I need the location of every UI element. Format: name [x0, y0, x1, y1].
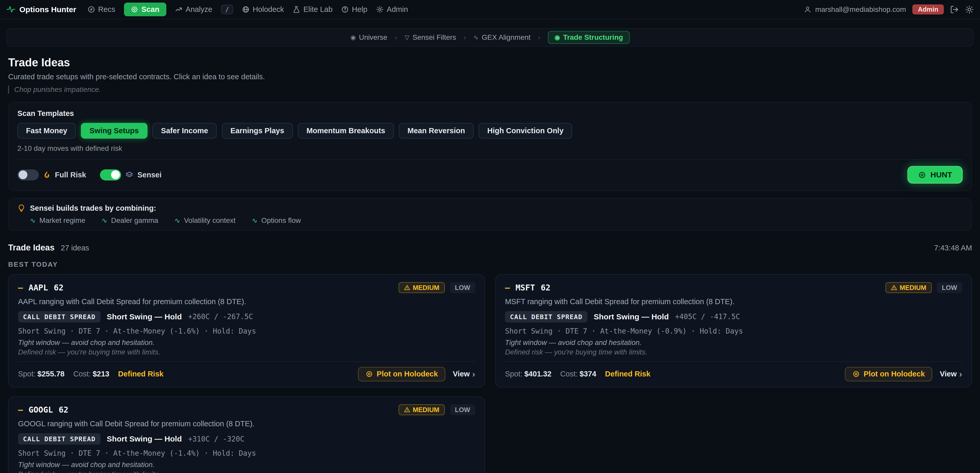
- spot-value: $401.32: [524, 370, 552, 378]
- help-circle-icon: [341, 6, 349, 13]
- breadcrumb-gex-alignment[interactable]: ∿ GEX Alignment: [474, 33, 531, 41]
- wave-icon: ∿: [175, 216, 180, 225]
- card-meta: Short Swing · DTE 7 · At-the-Money (-1.6…: [18, 327, 475, 335]
- target-icon: [853, 370, 860, 378]
- sensei-toggle[interactable]: [100, 169, 121, 181]
- strategy-chip: CALL DEBIT SPREAD: [18, 311, 100, 323]
- template-swing-setups[interactable]: Swing Setups: [81, 123, 147, 139]
- template-chip-row: Fast Money Swing Setups Safer Income Ear…: [17, 123, 963, 139]
- sensei-label: Sensei: [137, 171, 162, 179]
- template-earnings-plays[interactable]: Earnings Plays: [222, 123, 293, 139]
- pipeline-breadcrumb-bar: ◉ Universe › ▽ Sensei Filters › ∿ GEX Al…: [6, 28, 974, 47]
- view-button-label: View: [940, 370, 957, 378]
- plot-on-holodeck-button[interactable]: Plot on Holodeck: [845, 367, 932, 381]
- direction-dash-icon: —: [18, 283, 23, 292]
- full-risk-toggle[interactable]: [17, 169, 38, 181]
- plot-button-label: Plot on Holodeck: [377, 370, 438, 378]
- card-description: GOOGL ranging with Call Debit Spread for…: [18, 419, 475, 428]
- trending-up-icon: [175, 6, 182, 13]
- chevron-right-icon: ›: [959, 369, 962, 379]
- view-button[interactable]: View ›: [940, 369, 962, 379]
- wave-icon: ∿: [102, 216, 107, 225]
- breadcrumb-trade-structuring[interactable]: ◉ Trade Structuring: [548, 31, 630, 44]
- breadcrumb-sensei-filters[interactable]: ▽ Sensei Filters: [404, 33, 456, 41]
- plot-button-label: Plot on Holodeck: [864, 370, 925, 378]
- warning-triangle-icon: [404, 406, 410, 413]
- cost-label: Cost:: [560, 370, 578, 378]
- footer-actions: Plot on Holodeck View ›: [845, 367, 962, 381]
- template-mean-reversion[interactable]: Mean Reversion: [399, 123, 474, 139]
- template-fast-money[interactable]: Fast Money: [17, 123, 76, 139]
- nav-label: Scan: [142, 5, 159, 14]
- ticker-score: 62: [541, 283, 550, 292]
- ticker-row: — GOOGL 62: [18, 405, 68, 414]
- warning-triangle-icon: [404, 284, 410, 291]
- nav-item-admin[interactable]: Admin: [376, 5, 408, 14]
- page-subtitle: Curated trade setups with pre-selected c…: [8, 73, 972, 81]
- severity-label: MEDIUM: [900, 284, 926, 292]
- brand-label: Options Hunter: [19, 5, 76, 14]
- card-description: MSFT ranging with Call Debit Spread for …: [505, 297, 962, 306]
- trade-idea-card-aapl[interactable]: — AAPL 62 MEDIUM LOW AAPL ranging with C…: [8, 274, 485, 387]
- ticker-row: — MSFT 62: [505, 283, 550, 292]
- ticker-symbol: MSFT: [515, 283, 535, 292]
- theme-toggle-button[interactable]: [965, 5, 974, 14]
- logout-button[interactable]: [950, 5, 959, 14]
- template-safer-income[interactable]: Safer Income: [153, 123, 217, 139]
- nav-item-holodeck[interactable]: Holodeck: [242, 5, 284, 14]
- nav-item-elite-lab[interactable]: Elite Lab: [293, 5, 332, 14]
- ticker-symbol: AAPL: [29, 283, 48, 292]
- trade-idea-card-msft[interactable]: — MSFT 62 MEDIUM LOW MSFT ranging with C…: [495, 274, 972, 387]
- severity-label: MEDIUM: [413, 406, 439, 414]
- info-item-market-regime: ∿ Market regime: [30, 216, 86, 225]
- full-risk-toggle-group[interactable]: Full Risk: [17, 169, 86, 181]
- ticker-score: 62: [59, 405, 68, 414]
- globe-icon: [242, 6, 250, 13]
- strategy-legs: +310C / -320C: [188, 435, 244, 443]
- chevron-right-icon: ›: [538, 33, 540, 41]
- page-quote: Chop punishes impatience.: [8, 86, 972, 94]
- universe-icon: ◉: [350, 34, 356, 41]
- level-badge: LOW: [450, 404, 475, 416]
- ticker-score: 62: [54, 283, 64, 292]
- card-note-secondary: Defined risk — you're buying time with l…: [18, 470, 475, 473]
- card-note-primary: Tight window — avoid chop and hesitation…: [18, 460, 475, 469]
- breadcrumb-label: Sensei Filters: [412, 33, 456, 41]
- template-high-conviction[interactable]: High Conviction Only: [479, 123, 572, 139]
- brand[interactable]: Options Hunter: [6, 5, 76, 14]
- card-header: — MSFT 62 MEDIUM LOW: [505, 282, 962, 293]
- filter-icon: ▽: [404, 34, 409, 41]
- nav-item-analyze[interactable]: Analyze: [175, 5, 212, 14]
- strategy-row: CALL DEBIT SPREAD Short Swing — Hold +31…: [18, 433, 475, 445]
- sensei-toggle-group[interactable]: Sensei: [100, 169, 162, 181]
- breadcrumb-universe[interactable]: ◉ Universe: [350, 33, 387, 41]
- template-momentum-breakouts[interactable]: Momentum Breakouts: [298, 123, 394, 139]
- plot-on-holodeck-button[interactable]: Plot on Holodeck: [358, 367, 445, 381]
- nav-label: Help: [352, 5, 367, 14]
- direction-dash-icon: —: [18, 405, 23, 414]
- info-item-dealer-gamma: ∿ Dealer gamma: [102, 216, 158, 225]
- nav-item-help[interactable]: Help: [341, 5, 367, 14]
- shortcut-key-badge: /: [221, 5, 234, 14]
- sensei-info-items: ∿ Market regime ∿ Dealer gamma ∿ Volatil…: [17, 216, 963, 225]
- chevron-right-icon: ›: [472, 369, 475, 379]
- view-button[interactable]: View ›: [453, 369, 475, 379]
- trade-idea-card-googl[interactable]: — GOOGL 62 MEDIUM LOW GOOGL ranging with…: [8, 396, 485, 473]
- wave-icon: ∿: [252, 216, 258, 225]
- spot-label: Spot:: [18, 370, 36, 378]
- footer-stats: Spot:$401.32 Cost:$374 Defined Risk: [505, 370, 651, 378]
- chevron-right-icon: ›: [464, 33, 466, 41]
- nav-item-scan[interactable]: Scan: [124, 3, 166, 16]
- nav-label: Analyze: [186, 5, 212, 14]
- wave-icon: ∿: [474, 34, 479, 41]
- hunt-button[interactable]: HUNT: [907, 166, 963, 184]
- spot-label: Spot:: [505, 370, 523, 378]
- nav-item-recs[interactable]: Recs: [88, 5, 115, 14]
- info-item-label: Market regime: [40, 216, 86, 225]
- admin-role-badge: Admin: [912, 5, 944, 14]
- ideas-header-row: Trade Ideas 27 ideas 7:43:48 AM: [8, 243, 972, 252]
- card-note-primary: Tight window — avoid chop and hesitation…: [505, 338, 962, 347]
- toggle-group-row: Full Risk Sensei: [17, 169, 161, 181]
- severity-badge: MEDIUM: [885, 282, 932, 293]
- info-item-volatility-context: ∿ Volatility context: [175, 216, 235, 225]
